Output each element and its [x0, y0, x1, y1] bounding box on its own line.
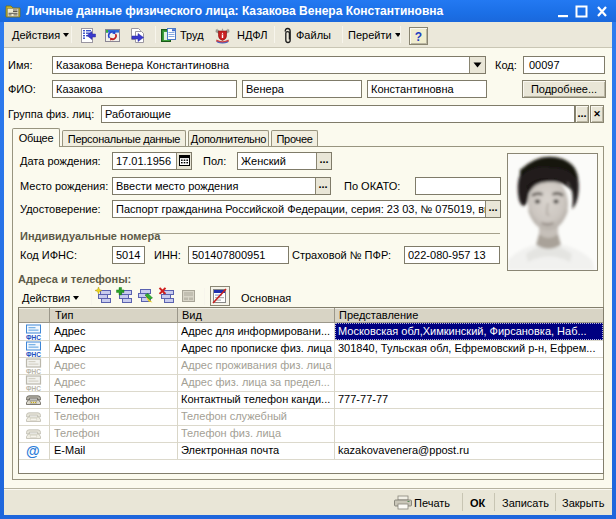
svg-text:ФНС: ФНС	[26, 334, 41, 341]
svg-text:ФНС: ФНС	[26, 385, 41, 392]
svg-text:ФНС: ФНС	[26, 351, 41, 358]
svg-text:ФНС: ФНС	[26, 368, 41, 375]
